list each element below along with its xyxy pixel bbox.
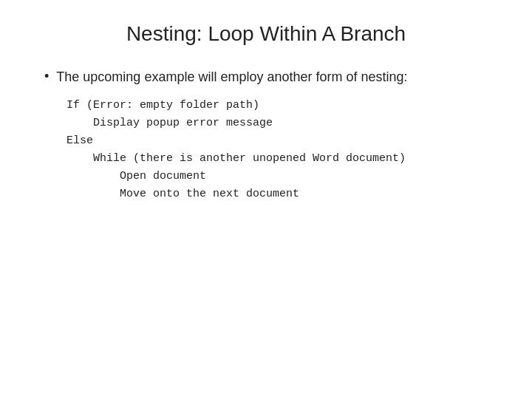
slide-title: Nesting: Loop Within A Branch xyxy=(37,22,495,46)
content-area: • The upcoming example will employ anoth… xyxy=(37,68,495,203)
code-line-6: Move onto the next document xyxy=(66,185,495,203)
bullet-dot: • xyxy=(44,69,49,84)
code-line-1: If (Error: empty folder path) xyxy=(66,97,495,115)
bullet-text: The upcoming example will employ another… xyxy=(56,68,407,86)
code-line-4: While (there is another unopened Word do… xyxy=(66,150,495,168)
code-block: If (Error: empty folder path) Display po… xyxy=(44,97,495,203)
code-line-3: Else xyxy=(66,132,495,150)
code-line-5: Open document xyxy=(66,168,495,185)
bullet-item: • The upcoming example will employ anoth… xyxy=(44,68,495,86)
code-line-2: Display popup error message xyxy=(66,115,495,132)
